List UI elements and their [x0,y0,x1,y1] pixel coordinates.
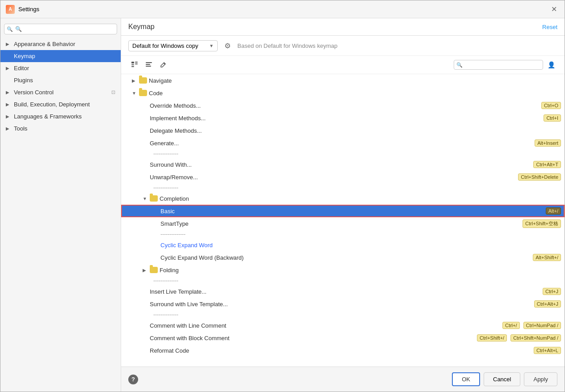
shortcut-badge: Ctrl+Shift+空格 [523,219,561,228]
sidebar-item-version-control[interactable]: ▶ Version Control ⊡ [0,86,121,98]
tree-row-cyclic-expand[interactable]: Cyclic Expand Word [121,239,565,251]
row-label: SmartType [160,220,521,227]
row-label: Implement Methods... [150,115,542,122]
tree-row-navigate[interactable]: ▶ Navigate [121,74,565,87]
tree-row-comment-line[interactable]: Comment with Line Comment Ctrl+/ Ctrl+Nu… [121,319,565,332]
keymap-tree: ▶ Navigate ▼ Code Override Methods... Ct… [121,74,565,367]
gear-button[interactable]: ⚙ [221,39,234,52]
chevron-icon: ▶ [6,114,11,119]
dropdown-arrow-icon: ▼ [209,43,214,48]
reset-button[interactable]: Reset [542,24,557,30]
find-shortcut-button[interactable]: 👤 [545,59,557,71]
tree-row-completion[interactable]: ▼ Completion [121,192,565,205]
shortcut-badge: Ctrl+Alt+L [534,347,561,354]
tree-row-basic[interactable]: Basic Alt+/ [121,205,565,217]
close-button[interactable]: ✕ [548,4,559,15]
separator-text: -------------- [153,185,178,191]
tree-row-comment-block[interactable]: Comment with Block Comment Ctrl+Shift+/ … [121,332,565,344]
ok-button[interactable]: OK [452,372,480,386]
tree-row-generate[interactable]: Generate... Alt+Insert [121,137,565,149]
sidebar-item-keymap[interactable]: Keymap [0,50,121,62]
right-panel: Keymap Reset Default for Windows copy ▼ … [121,18,565,392]
tree-expand-icon: ▶ [143,268,150,273]
shortcut-badge: Ctrl+O [541,102,561,109]
folder-icon [139,77,147,84]
sidebar-item-tools[interactable]: ▶ Tools [0,122,121,135]
shortcut-badge: Alt+Shift+/ [533,254,561,261]
separator-text: -------------- [160,231,186,237]
chevron-icon: ▶ [6,126,11,131]
svg-rect-1 [131,64,134,65]
keymap-dropdown[interactable]: Default for Windows copy ▼ [128,40,218,51]
cancel-button[interactable]: Cancel [484,372,520,386]
tree-row-insert-live[interactable]: Insert Live Template... Ctrl+J [121,285,565,298]
keymap-bar: Default for Windows copy ▼ ⚙ Based on De… [121,36,565,56]
settings-window: A Settings ✕ 🔍 ▶ Appearance & Behavior K… [0,0,565,392]
row-label: Reformat Code [150,347,532,354]
tree-row-unwrap[interactable]: Unwrap/Remove... Ctrl+Shift+Delete [121,171,565,183]
folder-icon [150,267,158,273]
row-label: Override Methods... [150,102,540,109]
tree-row-smarttype[interactable]: SmartType Ctrl+Shift+空格 [121,217,565,230]
toolbar: 🔍 👤 [121,56,565,74]
sidebar-item-label: Build, Execution, Deployment [14,101,90,108]
row-label: Surround With... [150,161,531,168]
svg-rect-7 [146,66,151,67]
collapse-all-button[interactable] [143,59,155,71]
tree-row-surround-live[interactable]: Surround with Live Template... Ctrl+Alt+… [121,298,565,310]
sidebar-search-input[interactable] [4,24,117,34]
svg-rect-0 [131,62,134,63]
tree-row-override[interactable]: Override Methods... Ctrl+O [121,99,565,112]
based-on-label: Based on Default for Windows keymap [237,42,337,49]
shortcuts-group: Ctrl+/ Ctrl+NumPad / [501,322,561,329]
svg-rect-6 [146,64,150,65]
edit-button[interactable] [157,59,169,71]
tree-row-implement[interactable]: Implement Methods... Ctrl+I [121,112,565,124]
row-label: Surround with Live Template... [150,301,532,308]
row-label: Delegate Methods... [150,127,561,134]
shortcuts-group: Ctrl+Shift+/ Ctrl+Shift+NumPad / [475,334,561,341]
tree-expand-icon: ▼ [132,91,139,96]
row-label: Generate... [150,140,533,147]
sidebar-item-appearance[interactable]: ▶ Appearance & Behavior [0,38,121,50]
keymap-search-input[interactable] [454,60,543,70]
separator-row: -------------- [121,230,565,239]
sidebar-item-label: Editor [14,65,29,72]
help-button[interactable]: ? [128,375,138,384]
apply-button[interactable]: Apply [524,372,557,386]
tree-row-cyclic-expand-backward[interactable]: Cyclic Expand Word (Backward) Alt+Shift+… [121,251,565,264]
expand-all-button[interactable] [128,59,141,71]
sidebar-item-languages[interactable]: ▶ Languages & Frameworks [0,110,121,122]
sidebar: 🔍 ▶ Appearance & Behavior Keymap ▶ Edito… [0,18,121,392]
row-label: Navigate [149,77,561,84]
shortcut-badge: Ctrl+I [544,114,561,122]
tree-row-code[interactable]: ▼ Code [121,87,565,99]
svg-rect-3 [135,62,138,63]
sidebar-item-label: Keymap [14,53,35,59]
sidebar-item-build[interactable]: ▶ Build, Execution, Deployment [0,98,121,110]
tree-expand-icon: ▼ [143,196,150,201]
shortcut-badge: Ctrl+J [543,288,561,295]
shortcut-badge: Alt+Insert [535,139,561,147]
tree-row-surround[interactable]: Surround With... Ctrl+Alt+T [121,158,565,171]
tree-row-delegate[interactable]: Delegate Methods... [121,124,565,137]
chevron-icon: ▶ [6,66,11,71]
separator-row: -------------- [121,310,565,319]
shortcut-badge: Ctrl+/ [502,322,520,329]
sidebar-item-editor[interactable]: ▶ Editor [0,62,121,74]
svg-rect-2 [131,66,134,67]
app-icon: A [6,5,15,14]
row-label: Folding [160,267,561,274]
sidebar-item-label: Plugins [14,77,33,84]
tree-row-folding[interactable]: ▶ Folding [121,264,565,276]
search-icon: 🔍 [456,62,463,68]
separator-text: -------------- [153,151,178,157]
separator-row: -------------- [121,183,565,192]
row-label: Code [149,90,561,97]
tree-row-reformat[interactable]: Reformat Code Ctrl+Alt+L [121,344,565,357]
sidebar-item-plugins[interactable]: Plugins [0,74,121,86]
row-label: Unwrap/Remove... [150,174,516,181]
keymap-name: Default for Windows copy [132,42,207,49]
folder-icon [150,195,158,202]
row-label: Completion [160,195,561,202]
